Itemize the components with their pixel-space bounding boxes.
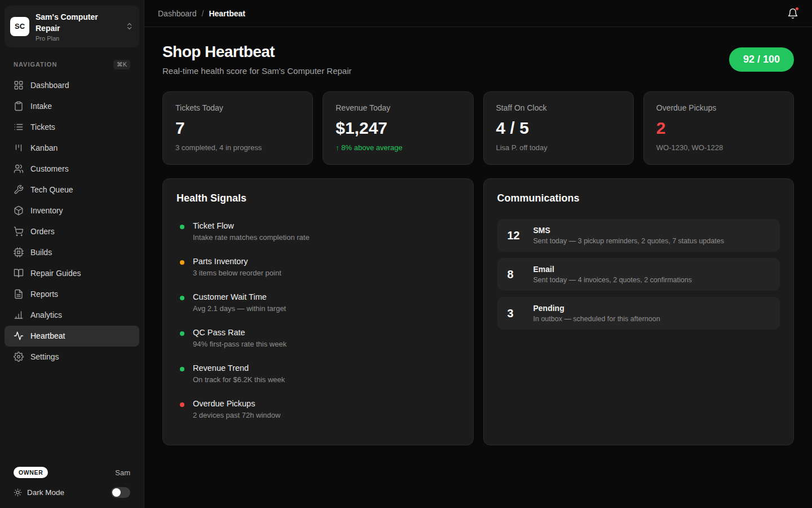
signal-detail: 2 devices past 72h window — [193, 411, 280, 419]
signal-text: Overdue Pickups 2 devices past 72h windo… — [193, 399, 280, 419]
stats-row: Tickets Today 7 3 completed, 4 in progre… — [162, 91, 794, 165]
stat-detail: Lisa P. off today — [496, 143, 621, 152]
sidebar-item-orders[interactable]: Orders — [5, 221, 139, 242]
comm-detail: Sent today — 4 invoices, 2 quotes, 2 con… — [533, 276, 692, 284]
sidebar-item-heartbeat[interactable]: Heartbeat — [5, 326, 139, 347]
cpu-icon — [14, 247, 24, 257]
sidebar-item-label: Customers — [30, 164, 69, 173]
signal-detail: Avg 2.1 days — within target — [193, 304, 286, 313]
stat-label: Tickets Today — [175, 103, 300, 112]
comm-count: 3 — [508, 307, 522, 320]
status-dot — [180, 260, 184, 265]
sidebar-item-label: Builds — [30, 248, 52, 257]
file-text-icon — [14, 289, 24, 299]
comm-row-email: 8 Email Sent today — 4 invoices, 2 quote… — [497, 258, 780, 291]
sidebar-item-settings[interactable]: Settings — [5, 347, 139, 367]
health-signals-list: Ticket Flow Intake rate matches completi… — [176, 221, 460, 419]
sidebar-item-dashboard[interactable]: Dashboard — [5, 75, 139, 96]
sidebar-item-label: Heartbeat — [30, 331, 65, 340]
sidebar-item-builds[interactable]: Builds — [5, 242, 139, 263]
signal-detail: 3 items below reorder point — [193, 269, 281, 277]
signal-detail: On track for $6.2K this week — [193, 375, 285, 384]
page-title: Shop Heartbeat — [162, 43, 352, 61]
main-area: Dashboard / Heartbeat Shop Heartbeat Rea… — [144, 0, 812, 508]
signal-title: Revenue Trend — [193, 364, 285, 373]
sun-icon — [14, 488, 22, 497]
topbar: Dashboard / Heartbeat — [144, 0, 812, 27]
comm-count: 12 — [508, 229, 522, 242]
command-k-shortcut: ⌘K — [113, 60, 130, 69]
signal-text: QC Pass Rate 94% first-pass rate this we… — [193, 328, 286, 348]
panels-row: Health Signals Ticket Flow Intake rate m… — [162, 178, 794, 445]
toggle-knob — [112, 488, 121, 497]
signal-revenue-trend: Revenue Trend On track for $6.2K this we… — [176, 364, 460, 384]
signal-title: QC Pass Rate — [193, 328, 286, 337]
signal-title: Parts Inventory — [193, 257, 281, 266]
stat-label: Overdue Pickups — [656, 103, 781, 112]
sidebar-item-label: Settings — [30, 352, 59, 361]
sidebar-item-reports[interactable]: Reports — [5, 284, 139, 305]
sidebar-item-inventory[interactable]: Inventory — [5, 200, 139, 221]
wrench-icon — [14, 185, 24, 195]
comm-row-pending: 3 Pending In outbox — scheduled for this… — [497, 297, 780, 330]
package-icon — [14, 205, 24, 216]
clipboard-icon — [14, 101, 24, 111]
sidebar-item-repair-guides[interactable]: Repair Guides — [5, 263, 139, 284]
nav-section-header: NAVIGATION ⌘K — [14, 60, 130, 69]
notifications-bell-button[interactable] — [787, 8, 798, 19]
stat-card-tickets-today: Tickets Today 7 3 completed, 4 in progre… — [162, 91, 313, 165]
health-signals-panel: Health Signals Ticket Flow Intake rate m… — [162, 178, 474, 445]
page-subtitle: Real-time health score for Sam's Compute… — [162, 66, 352, 76]
comm-row-sms: 12 SMS Sent today — 3 pickup reminders, … — [497, 219, 780, 252]
comm-text: Pending In outbox — scheduled for this a… — [533, 304, 660, 323]
sidebar-item-kanban[interactable]: Kanban — [5, 138, 139, 159]
sidebar-item-tickets[interactable]: Tickets — [5, 117, 139, 138]
comm-text: SMS Sent today — 3 pickup reminders, 2 q… — [533, 226, 724, 245]
sidebar-item-label: Repair Guides — [30, 269, 81, 278]
list-icon — [14, 122, 24, 132]
communications-panel: Communications 12 SMS Sent today — 3 pic… — [483, 178, 795, 445]
bar-chart-icon — [14, 310, 24, 320]
signal-detail: Intake rate matches completion rate — [193, 233, 310, 242]
stat-detail: WO-1230, WO-1228 — [656, 143, 781, 152]
comm-text: Email Sent today — 4 invoices, 2 quotes,… — [533, 265, 692, 284]
workspace-switcher[interactable]: SC Sam's Computer Repair Pro Plan — [5, 6, 139, 47]
sidebar-spacer — [0, 370, 144, 459]
activity-pulse-icon — [14, 331, 24, 341]
stat-value: 4 / 5 — [496, 119, 621, 138]
page-header: Shop Heartbeat Real-time health score fo… — [162, 43, 794, 76]
gear-icon — [14, 352, 24, 362]
comm-title: Pending — [533, 304, 660, 313]
page-content: Shop Heartbeat Real-time health score fo… — [144, 27, 812, 461]
signal-text: Revenue Trend On track for $6.2K this we… — [193, 364, 285, 384]
breadcrumb-dashboard[interactable]: Dashboard — [158, 9, 197, 18]
sidebar-item-intake[interactable]: Intake — [5, 96, 139, 117]
signal-text: Ticket Flow Intake rate matches completi… — [193, 221, 310, 242]
sidebar-item-label: Tickets — [30, 122, 55, 132]
sidebar-item-label: Intake — [30, 102, 52, 111]
kanban-icon — [14, 143, 24, 153]
notification-dot — [795, 7, 799, 11]
signal-ticket-flow: Ticket Flow Intake rate matches completi… — [176, 221, 460, 242]
sidebar-item-tech-queue[interactable]: Tech Queue — [5, 179, 139, 200]
signal-parts-inventory: Parts Inventory 3 items below reorder po… — [176, 257, 460, 277]
stat-value: 2 — [656, 119, 781, 138]
sidebar-item-analytics[interactable]: Analytics — [5, 305, 139, 326]
comm-title: SMS — [533, 226, 724, 235]
sidebar-item-label: Tech Queue — [30, 185, 73, 194]
owner-row: OWNER Sam — [14, 467, 130, 478]
status-dot — [180, 331, 184, 336]
status-dot — [180, 225, 184, 229]
stat-label: Staff On Clock — [496, 103, 621, 112]
signal-overdue-pickups: Overdue Pickups 2 devices past 72h windo… — [176, 399, 460, 419]
status-dot — [180, 296, 184, 300]
sidebar-item-customers[interactable]: Customers — [5, 159, 139, 179]
signal-text: Customer Wait Time Avg 2.1 days — within… — [193, 292, 286, 313]
stat-detail: 3 completed, 4 in progress — [175, 143, 300, 152]
signal-title: Overdue Pickups — [193, 399, 280, 408]
dark-mode-toggle[interactable] — [111, 487, 130, 498]
comm-count: 8 — [508, 268, 522, 281]
sidebar-nav: Dashboard Intake Tickets Kanban Customer… — [0, 73, 144, 370]
signal-detail: 94% first-pass rate this week — [193, 340, 286, 348]
breadcrumb-separator: / — [202, 9, 204, 18]
